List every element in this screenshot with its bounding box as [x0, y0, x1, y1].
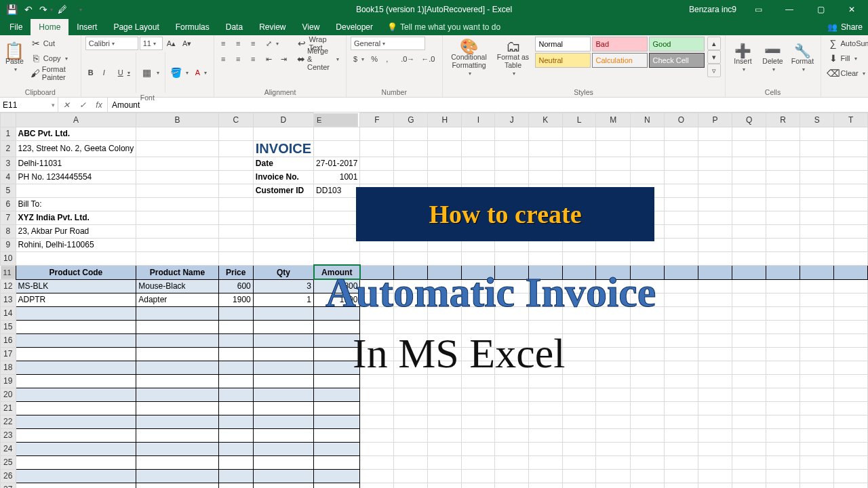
cell[interactable] — [360, 401, 394, 415]
cell[interactable] — [698, 347, 732, 361]
cell[interactable] — [630, 455, 664, 469]
redo-icon[interactable]: ↷ — [38, 2, 53, 17]
cell[interactable] — [136, 157, 218, 170]
row-header[interactable]: 14 — [1, 306, 16, 320]
cell[interactable] — [528, 127, 562, 140]
cell[interactable] — [136, 170, 218, 184]
cell[interactable] — [218, 415, 253, 428]
cell[interactable] — [136, 184, 218, 197]
cell[interactable] — [834, 388, 868, 401]
cell[interactable] — [394, 428, 428, 442]
conditional-formatting-button[interactable]: 🎨 Conditional Formatting — [447, 37, 492, 81]
cell[interactable] — [136, 374, 218, 388]
cell[interactable] — [732, 170, 766, 184]
cell[interactable] — [218, 483, 253, 488]
cell[interactable] — [218, 127, 253, 140]
cell[interactable] — [218, 184, 253, 197]
cell[interactable] — [253, 455, 313, 469]
cell[interactable]: Invoice No. — [253, 170, 313, 184]
column-header[interactable]: G — [394, 113, 428, 127]
cell[interactable] — [562, 469, 596, 483]
cell[interactable] — [562, 170, 596, 184]
cell[interactable]: Customer ID — [253, 184, 313, 197]
cell[interactable]: Price — [218, 265, 253, 279]
cell[interactable] — [834, 293, 868, 306]
cell[interactable] — [800, 140, 834, 157]
cell[interactable] — [495, 401, 529, 415]
cell[interactable] — [428, 455, 462, 469]
cell[interactable] — [630, 442, 664, 455]
cell[interactable] — [766, 483, 800, 488]
cell[interactable] — [766, 184, 800, 197]
cell[interactable] — [732, 455, 766, 469]
cell[interactable] — [732, 157, 766, 170]
tell-me-search[interactable]: 💡 Tell me what you want to do — [387, 19, 500, 35]
cell[interactable] — [218, 442, 253, 455]
cell[interactable] — [834, 347, 868, 361]
cell[interactable] — [732, 415, 766, 428]
cell[interactable] — [800, 320, 834, 333]
cell[interactable] — [16, 184, 136, 197]
row-header[interactable]: 22 — [1, 415, 16, 428]
cell[interactable] — [596, 469, 630, 483]
cell[interactable] — [698, 170, 732, 184]
cell[interactable] — [394, 415, 428, 428]
cell[interactable] — [218, 224, 253, 238]
cell[interactable] — [698, 157, 732, 170]
cell[interactable] — [630, 415, 664, 428]
cell[interactable] — [562, 361, 596, 374]
cell[interactable] — [136, 483, 218, 488]
column-header[interactable]: L — [562, 113, 596, 127]
cell[interactable] — [732, 127, 766, 140]
cell[interactable] — [136, 127, 218, 140]
cell[interactable] — [732, 197, 766, 211]
cell[interactable] — [800, 388, 834, 401]
cell[interactable] — [732, 251, 766, 265]
fill-color-button[interactable]: 🪣 — [168, 66, 191, 79]
cell[interactable] — [16, 347, 136, 361]
cell[interactable] — [630, 320, 664, 333]
increase-decimal-button[interactable]: .0→ — [398, 52, 417, 66]
cell[interactable] — [698, 388, 732, 401]
cell[interactable] — [630, 361, 664, 374]
cell[interactable] — [732, 483, 766, 488]
cell[interactable] — [596, 127, 630, 140]
cell[interactable] — [630, 428, 664, 442]
cell[interactable] — [218, 197, 253, 211]
cell[interactable] — [596, 140, 630, 157]
cell[interactable] — [314, 224, 360, 238]
cell[interactable] — [462, 455, 495, 469]
cell[interactable] — [495, 388, 529, 401]
cell[interactable] — [630, 333, 664, 347]
cell[interactable] — [766, 157, 800, 170]
cell[interactable] — [596, 455, 630, 469]
cell[interactable] — [834, 401, 868, 415]
style-calculation[interactable]: Calculation — [592, 53, 648, 68]
cell[interactable] — [800, 333, 834, 347]
cell[interactable] — [732, 140, 766, 157]
cell[interactable] — [462, 428, 495, 442]
cell[interactable] — [562, 374, 596, 388]
column-header[interactable]: E — [314, 113, 358, 127]
cell[interactable] — [766, 442, 800, 455]
cell[interactable] — [314, 455, 360, 469]
cell[interactable] — [766, 455, 800, 469]
cell[interactable] — [360, 428, 394, 442]
cell[interactable] — [495, 170, 529, 184]
cell[interactable] — [495, 442, 529, 455]
name-box[interactable]: ▾ — [0, 98, 58, 112]
cell[interactable] — [664, 211, 698, 224]
column-header[interactable]: O — [664, 113, 698, 127]
cell[interactable] — [766, 320, 800, 333]
cell[interactable] — [698, 428, 732, 442]
cell[interactable] — [732, 320, 766, 333]
cell[interactable] — [528, 469, 562, 483]
row-header[interactable]: 2 — [1, 140, 16, 157]
cell[interactable] — [834, 140, 868, 157]
cell[interactable] — [218, 401, 253, 415]
undo-icon[interactable]: ↶ — [21, 2, 36, 17]
cell[interactable] — [766, 265, 800, 279]
row-header[interactable]: 26 — [1, 469, 16, 483]
tab-review[interactable]: Review — [251, 19, 294, 35]
chevron-down-icon[interactable]: ▾ — [52, 102, 55, 108]
